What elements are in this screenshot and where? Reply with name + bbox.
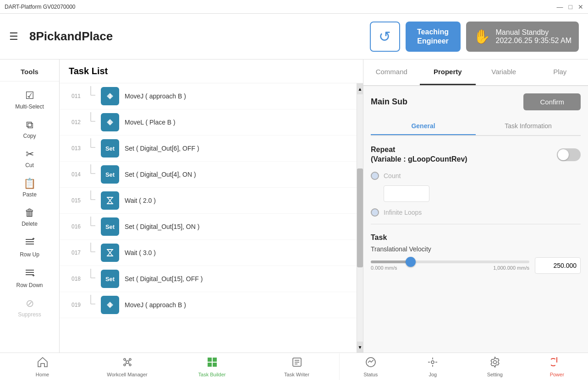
- row-number: 011: [64, 93, 81, 99]
- svg-rect-42: [208, 358, 212, 362]
- copy-icon: ⧉: [26, 119, 33, 131]
- tab-command[interactable]: Command: [363, 60, 420, 85]
- task-builder-label: Task Builder: [198, 372, 226, 377]
- tool-cut[interactable]: ✂ Cut: [7, 145, 53, 172]
- task-row[interactable]: 016SetSet ( Digital_Out[15], ON ): [60, 214, 357, 240]
- tool-row-down[interactable]: Row Down: [7, 263, 53, 292]
- tool-suppress[interactable]: ⊘ Suppress: [7, 294, 53, 321]
- slider-track[interactable]: [371, 261, 529, 263]
- task-row[interactable]: 014SetSet ( Digital_Out[4], ON ): [60, 162, 357, 188]
- minimize-button[interactable]: —: [557, 3, 563, 11]
- confirm-button[interactable]: Confirm: [523, 93, 581, 110]
- row-number: 016: [64, 223, 81, 230]
- task-list-inner[interactable]: 011JMoveJ ( approach B )012LMoveL ( Plac…: [60, 83, 357, 353]
- nav-power[interactable]: Power: [526, 353, 588, 380]
- slider-thumb[interactable]: [406, 257, 416, 267]
- svg-line-39: [129, 360, 130, 361]
- task-row[interactable]: 019JMoveJ ( approach B ): [60, 292, 357, 318]
- svg-point-37: [129, 364, 131, 366]
- row-icon: Set: [101, 270, 119, 288]
- velocity-input[interactable]: [535, 257, 581, 274]
- row-icon: Set: [101, 165, 119, 184]
- scroll-down-button[interactable]: ▼: [357, 342, 363, 353]
- svg-point-36: [124, 364, 126, 366]
- app-title: 8PickandPlace: [29, 29, 363, 43]
- tool-multi-select[interactable]: ☑ Multi-Select: [7, 86, 53, 114]
- task-row[interactable]: 018SetSet ( Digital_Out[15], OFF ): [60, 266, 357, 292]
- copy-label: Copy: [23, 133, 36, 139]
- manual-standby-panel: ✋ Manual Standby 2022.06.25 9:35:52 AM: [466, 22, 579, 52]
- maximize-button[interactable]: □: [569, 3, 572, 11]
- task-row[interactable]: 011JMoveJ ( approach B ): [60, 83, 357, 109]
- nav-home[interactable]: Home: [0, 353, 85, 380]
- row-text: Set ( Digital_Out[4], ON ): [125, 171, 196, 178]
- task-row[interactable]: 017Wait ( 3.0 ): [60, 240, 357, 266]
- repeat-title: Repeat(Variable : gLoopCountRev): [371, 145, 467, 164]
- sub-tab-task-information[interactable]: Task Information: [476, 118, 581, 135]
- tab-variable[interactable]: Variable: [476, 60, 532, 85]
- tool-copy[interactable]: ⧉ Copy: [7, 115, 53, 143]
- refresh-button[interactable]: ↺: [370, 22, 400, 52]
- bottom-nav: Home Workcell Manager Task Builder Task …: [0, 353, 588, 380]
- svg-rect-45: [213, 363, 217, 367]
- tool-paste[interactable]: 📋 Paste: [7, 174, 53, 201]
- manual-standby-time: 2022.06.25 9:35:52 AM: [496, 37, 572, 45]
- multi-select-label: Multi-Select: [15, 103, 44, 110]
- repeat-section: Repeat(Variable : gLoopCountRev): [371, 145, 581, 164]
- tool-delete[interactable]: 🗑 Delete: [7, 203, 53, 231]
- row-icon: Set: [101, 217, 119, 236]
- close-button[interactable]: ✕: [578, 3, 583, 11]
- row-text: Wait ( 3.0 ): [125, 249, 156, 256]
- task-row[interactable]: 015Wait ( 2.0 ): [60, 188, 357, 214]
- tab-play[interactable]: Play: [532, 60, 588, 85]
- nav-workcell-manager[interactable]: Workcell Manager: [85, 353, 170, 380]
- nav-setting[interactable]: Setting: [464, 353, 526, 380]
- svg-line-40: [125, 364, 126, 364]
- refresh-icon: ↺: [379, 28, 391, 45]
- nav-task-writer[interactable]: Task Writer: [254, 353, 339, 380]
- row-number: 012: [64, 119, 81, 125]
- row-indent: [86, 243, 95, 263]
- task-list-area: Task List 011JMoveJ ( approach B )012LMo…: [60, 60, 363, 353]
- count-radio-option[interactable]: Count: [371, 172, 581, 180]
- task-section-title: Task: [371, 233, 581, 242]
- manual-standby-icon: ✋: [473, 28, 490, 44]
- svg-rect-44: [208, 363, 212, 367]
- nav-status[interactable]: Status: [340, 353, 402, 380]
- velocity-row: 0.000 mm/s 1,000.000 mm/s: [371, 257, 581, 274]
- nav-jog[interactable]: Jog: [402, 353, 464, 380]
- task-row[interactable]: 012LMoveL ( Place B ): [60, 109, 357, 136]
- sidebar-title: Tools: [0, 64, 59, 81]
- right-tabs: Command Property Variable Play: [363, 60, 588, 86]
- scroll-up-button[interactable]: ▲: [357, 83, 363, 94]
- header: ☰ 8PickandPlace ↺ TeachingEngineer ✋ Man…: [0, 14, 588, 60]
- svg-rect-2: [26, 244, 34, 244]
- hamburger-icon[interactable]: ☰: [9, 31, 18, 43]
- repeat-toggle[interactable]: [557, 148, 581, 161]
- title-bar-controls: — □ ✕: [557, 3, 583, 11]
- row-icon: J: [101, 296, 119, 314]
- tool-row-up[interactable]: Row Up: [7, 233, 53, 261]
- teaching-engineer-button[interactable]: TeachingEngineer: [406, 22, 461, 52]
- status-label: Status: [363, 372, 378, 377]
- count-input[interactable]: [384, 185, 429, 202]
- title-bar: DART-Platform GV02070000 — □ ✕: [0, 0, 588, 14]
- row-number: 019: [64, 302, 81, 308]
- infinite-loops-radio-option[interactable]: Infinite Loops: [371, 208, 581, 217]
- task-list-scrollbar[interactable]: ▲ ▼: [357, 83, 363, 353]
- svg-rect-0: [26, 239, 34, 240]
- tab-property[interactable]: Property: [420, 60, 476, 85]
- paste-icon: 📋: [23, 178, 36, 190]
- scroll-track: [357, 94, 363, 342]
- nav-task-builder[interactable]: Task Builder: [170, 353, 254, 380]
- row-indent: [86, 86, 95, 106]
- sub-tab-general[interactable]: General: [371, 118, 476, 135]
- home-icon: [37, 356, 49, 371]
- count-radio-label: Count: [384, 172, 401, 179]
- task-writer-label: Task Writer: [284, 372, 309, 377]
- row-text: MoveJ ( approach B ): [125, 92, 186, 100]
- row-down-icon: [24, 267, 35, 280]
- scroll-thumb[interactable]: [357, 168, 363, 267]
- svg-rect-5: [26, 272, 34, 273]
- task-row[interactable]: 013SetSet ( Digital_Out[6], OFF ): [60, 136, 357, 162]
